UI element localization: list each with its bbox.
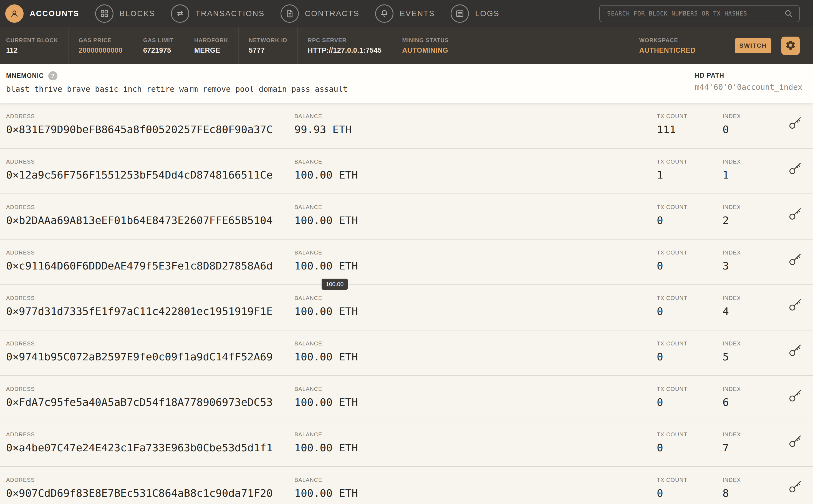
workspace-label: WORKSPACE: [639, 37, 696, 44]
account-row: ADDRESS 0×FdA7c95fe5a40A5aB7cD54f18A7789…: [0, 376, 813, 421]
account-address: 0×a4be07C47e24E423c1Fa733E963b0Cbe53d5d1…: [6, 442, 294, 454]
key-icon: [788, 172, 802, 176]
search-input[interactable]: [599, 5, 800, 22]
hd-path-value: m44'60'0'0account_index: [695, 83, 802, 92]
nav-tab-contracts[interactable]: CONTRACTS: [281, 4, 360, 23]
tx-count-column-label: TX COUNT: [657, 113, 723, 119]
status-item-label: GAS LIMIT: [143, 37, 174, 44]
show-keys-button[interactable]: [787, 252, 803, 267]
show-keys-button[interactable]: [787, 479, 803, 495]
settings-button[interactable]: [781, 37, 800, 55]
status-item-label: MINING STATUS: [402, 37, 449, 44]
status-items: CURRENT BLOCK 112 GAS PRICE 20000000000 …: [6, 27, 459, 64]
status-item-network-id: NETWORK ID 5777: [238, 27, 297, 64]
tx-count-column-label: TX COUNT: [657, 250, 723, 256]
status-bar: CURRENT BLOCK 112 GAS PRICE 20000000000 …: [0, 27, 813, 64]
nav-tab-transactions-label: TRANSACTIONS: [195, 9, 265, 18]
account-address: 0×977d31d7335fE1f97aC11c422801ec1951919F…: [6, 305, 294, 317]
balance-column-label: BALANCE: [294, 295, 657, 301]
key-icon: [788, 127, 802, 131]
balance-column-label: BALANCE: [294, 204, 657, 210]
status-item-workspace: WORKSPACE AUTHENTICRED: [629, 37, 706, 54]
address-column-label: ADDRESS: [6, 340, 294, 347]
status-item-value: AUTOMINING: [402, 46, 449, 54]
status-item-label: GAS PRICE: [78, 37, 122, 44]
nav-tab-blocks-label: BLOCKS: [119, 9, 155, 18]
address-column-label: ADDRESS: [6, 113, 294, 119]
account-row: ADDRESS 0×9741b95C072aB2597E9fe0c09f1a9d…: [0, 330, 813, 376]
mnemonic-section: MNEMONIC ? blast thrive brave basic inch…: [0, 64, 813, 103]
nav-tab-accounts[interactable]: ACCOUNTS: [5, 4, 79, 23]
main-nav: ACCOUNTS BLOCKS TRANSACTIONS CONTRACTS: [5, 4, 599, 23]
balance-column-label: BALANCE: [294, 250, 657, 256]
account-address: 0×c91164D60F6DDDeAE479f5E3Fe1c8D8D27858A…: [6, 260, 294, 272]
search-icon[interactable]: [784, 9, 794, 20]
status-item-hardfork: HARDFORK MERGE: [184, 27, 238, 64]
search-box: [599, 5, 800, 22]
status-item-value: 6721975: [143, 46, 174, 54]
tx-count-column-label: TX COUNT: [657, 340, 723, 347]
nav-tab-events[interactable]: EVENTS: [375, 4, 435, 23]
account-balance: 100.00 ETH: [294, 169, 657, 181]
nav-tab-blocks[interactable]: BLOCKS: [95, 4, 155, 23]
address-column-label: ADDRESS: [6, 159, 294, 165]
status-item-label: RPC SERVER: [308, 37, 382, 44]
tx-count-column-label: TX COUNT: [657, 477, 723, 483]
balance-column-label: BALANCE: [294, 159, 657, 165]
status-item-gas-limit: GAS LIMIT 6721975: [133, 27, 184, 64]
status-right: WORKSPACE AUTHENTICRED SWITCH: [629, 37, 800, 55]
mnemonic-help-icon[interactable]: ?: [48, 71, 57, 80]
account-row: ADDRESS 0×831E79D90beFB8645a8f00520257FE…: [0, 103, 813, 149]
nav-tab-accounts-label: ACCOUNTS: [30, 9, 79, 18]
bell-icon: [375, 4, 393, 23]
account-address: 0×907CdD69f83E8E7BEc531C864aB8c1c90da71F…: [6, 487, 294, 499]
nav-tab-transactions[interactable]: TRANSACTIONS: [171, 4, 265, 23]
account-address: 0×12a9c56F756F1551253bF54Dd4cD8748166511…: [6, 169, 294, 181]
nav-tab-logs[interactable]: LOGS: [451, 4, 499, 23]
account-address: 0×831E79D90beFB8645a8f00520257FEc80F90a3…: [6, 123, 294, 136]
account-tx-count: 0: [657, 305, 723, 317]
hd-path-label: HD PATH: [695, 72, 724, 79]
account-tx-count: 0: [657, 442, 723, 454]
account-tx-count: 0: [657, 260, 723, 272]
tx-count-column-label: TX COUNT: [657, 204, 723, 210]
balance-column-label: BALANCE: [294, 386, 657, 392]
account-row: ADDRESS 0×b2DAAa69A813eEF01b64E8473E2607…: [0, 194, 813, 240]
show-keys-button[interactable]: [787, 206, 803, 222]
show-keys-button[interactable]: [787, 434, 803, 449]
key-icon: [788, 399, 802, 404]
status-item-current-block: CURRENT BLOCK 112: [6, 27, 68, 64]
switch-workspace-button[interactable]: SWITCH: [735, 38, 771, 53]
account-tx-count: 0: [657, 351, 723, 363]
account-balance: 100.00 ETH: [294, 487, 657, 499]
show-keys-button[interactable]: [787, 388, 803, 404]
account-row: ADDRESS 0×977d31d7335fE1f97aC11c422801ec…: [0, 285, 813, 330]
ganache-app: ACCOUNTS BLOCKS TRANSACTIONS CONTRACTS: [0, 0, 813, 504]
status-item-mining-status: MINING STATUS AUTOMINING: [392, 27, 459, 64]
show-keys-button[interactable]: [787, 343, 803, 358]
accounts-list: ADDRESS 0×831E79D90beFB8645a8f00520257FE…: [0, 103, 813, 504]
show-keys-button[interactable]: [787, 115, 803, 131]
person-icon: [5, 4, 24, 23]
account-tx-count: 111: [657, 123, 723, 136]
account-balance: 100.00 ETH: [294, 396, 657, 408]
balance-column-label: BALANCE: [294, 477, 657, 483]
mnemonic-phrase: blast thrive brave basic inch retire war…: [6, 85, 348, 94]
show-keys-button[interactable]: [787, 161, 803, 176]
tx-count-column-label: TX COUNT: [657, 386, 723, 392]
show-keys-button[interactable]: [787, 297, 803, 313]
status-item-label: NETWORK ID: [249, 37, 287, 44]
account-tx-count: 0: [657, 487, 723, 499]
logs-icon: [451, 4, 469, 23]
nav-tab-events-label: EVENTS: [400, 9, 435, 18]
account-balance: 99.93 ETH: [294, 123, 657, 136]
mnemonic-label: MNEMONIC: [6, 72, 44, 80]
tx-count-column-label: TX COUNT: [657, 431, 723, 438]
nav-tab-logs-label: LOGS: [475, 9, 499, 18]
key-icon: [788, 445, 802, 449]
key-icon: [788, 263, 802, 267]
account-balance: 100.00 ETH: [294, 214, 657, 226]
tx-count-column-label: TX COUNT: [657, 295, 723, 301]
status-item-value: MERGE: [194, 46, 228, 54]
status-item-gas-price: GAS PRICE 20000000000: [68, 27, 132, 64]
